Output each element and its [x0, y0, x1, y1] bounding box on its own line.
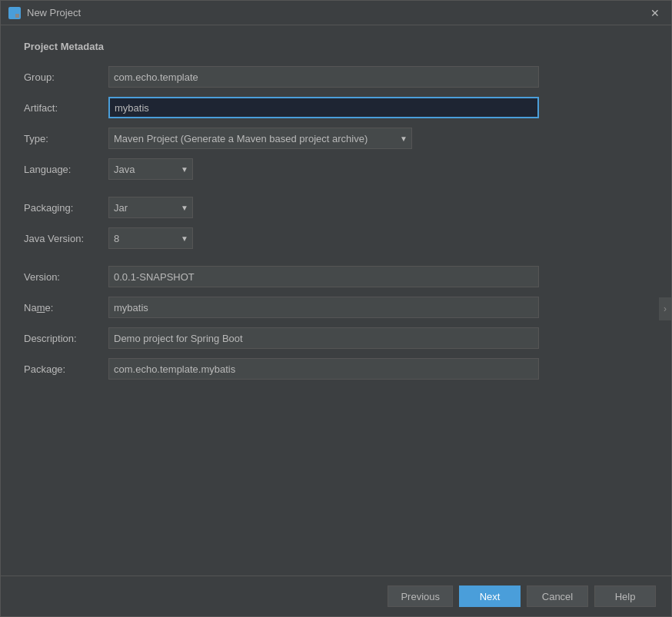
artifact-input[interactable] — [108, 97, 539, 118]
packaging-label: Packaging: — [24, 202, 108, 214]
type-select[interactable]: Maven Project (Generate a Maven based pr… — [108, 128, 412, 149]
language-select[interactable]: Java Kotlin Groovy — [108, 158, 193, 180]
window-title: New Project — [27, 7, 81, 18]
close-button[interactable]: ✕ — [647, 5, 664, 22]
title-bar-left: New Project — [8, 7, 81, 19]
form-content: Project Metadata Group: Artifact: Type: … — [1, 25, 671, 576]
version-row: Version: — [24, 266, 648, 287]
window-icon — [8, 7, 21, 19]
new-project-dialog: New Project ✕ Project Metadata Group: Ar… — [0, 0, 672, 617]
svg-rect-0 — [10, 8, 14, 12]
type-label: Type: — [24, 133, 108, 144]
java-version-row: Java Version: 8 11 17 21 ▼ — [24, 227, 648, 249]
title-bar: New Project ✕ — [1, 1, 671, 25]
language-select-wrapper: Java Kotlin Groovy ▼ — [108, 158, 193, 180]
version-input[interactable] — [108, 266, 539, 287]
java-version-select[interactable]: 8 11 17 21 — [108, 227, 193, 249]
svg-rect-3 — [15, 14, 19, 18]
description-input[interactable] — [108, 327, 539, 349]
cancel-button[interactable]: Cancel — [527, 585, 588, 607]
group-input[interactable] — [108, 66, 539, 88]
artifact-row: Artifact: — [24, 97, 648, 118]
packaging-row: Packaging: Jar War ▼ — [24, 197, 648, 218]
svg-rect-2 — [10, 14, 14, 18]
language-row: Language: Java Kotlin Groovy ▼ — [24, 158, 648, 180]
group-label: Group: — [24, 71, 108, 83]
svg-rect-1 — [15, 8, 19, 12]
java-version-select-wrapper: 8 11 17 21 ▼ — [108, 227, 193, 249]
type-row: Type: Maven Project (Generate a Maven ba… — [24, 128, 648, 149]
next-button[interactable]: Next — [459, 585, 521, 607]
java-version-label: Java Version: — [24, 233, 108, 244]
section-title: Project Metadata — [24, 41, 648, 52]
group-row: Group: — [24, 66, 648, 88]
type-select-wrapper: Maven Project (Generate a Maven based pr… — [108, 128, 412, 149]
packaging-select[interactable]: Jar War — [108, 197, 193, 218]
footer: Previous Next Cancel Help — [1, 576, 671, 616]
version-label: Version: — [24, 271, 108, 283]
name-label: Name: — [24, 302, 108, 313]
name-row: Name: — [24, 297, 648, 318]
help-button[interactable]: Help — [594, 585, 656, 607]
package-label: Package: — [24, 363, 108, 375]
description-label: Description: — [24, 333, 108, 344]
sidebar-expand-arrow[interactable]: › — [659, 297, 671, 320]
package-row: Package: — [24, 358, 648, 380]
name-input[interactable] — [108, 297, 539, 318]
language-label: Language: — [24, 164, 108, 175]
description-row: Description: — [24, 327, 648, 349]
artifact-label: Artifact: — [24, 102, 108, 114]
previous-button[interactable]: Previous — [388, 585, 453, 607]
packaging-select-wrapper: Jar War ▼ — [108, 197, 193, 218]
package-input[interactable] — [108, 358, 539, 380]
